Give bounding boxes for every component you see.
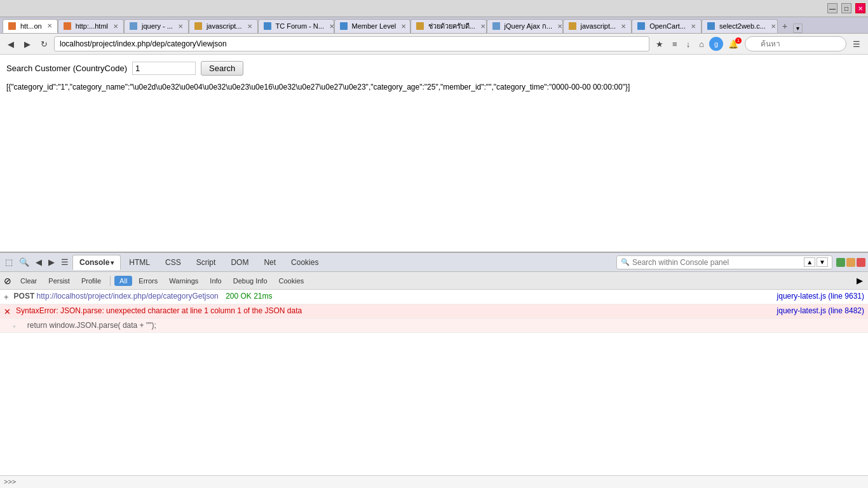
- tab-1-close[interactable]: ✕: [47, 22, 52, 29]
- console-message-error: ✕ SyntaxError: JSON.parse: unexpected ch…: [0, 304, 868, 319]
- title-bar-controls: — □ ✕: [827, 3, 865, 13]
- tab-1[interactable]: htt...on ✕: [3, 19, 58, 33]
- notifications-button[interactable]: 🔔1: [724, 37, 742, 51]
- refresh-button[interactable]: ↻: [37, 37, 51, 51]
- tab-1-label: htt...on: [20, 22, 42, 30]
- devtools-toolbar: ⬚ 🔍 ◀ ▶ ☰ Console▾ HTML CSS Script DOM N…: [0, 253, 868, 272]
- tab-bar: htt...on ✕ http:...html ✕ jquery - ... ✕…: [0, 17, 868, 33]
- devtools-cursor-icon[interactable]: ⬚: [3, 256, 15, 268]
- console-filter-errors[interactable]: Errors: [133, 276, 163, 286]
- home-button[interactable]: ⌂: [695, 37, 708, 51]
- console-persist-button[interactable]: Persist: [43, 276, 75, 286]
- console-message-error-detail: ● return window.JSON.parse( data + "");: [0, 319, 868, 333]
- console-clear-button[interactable]: Clear: [15, 276, 42, 286]
- tab-9-close[interactable]: ✕: [621, 23, 626, 30]
- tab-7-close[interactable]: ✕: [480, 23, 485, 30]
- tab-3-close[interactable]: ✕: [178, 23, 183, 30]
- bookmark-button[interactable]: ★: [652, 37, 667, 51]
- devtools-tab-script[interactable]: Script: [189, 255, 223, 270]
- post-message-link[interactable]: jquery-latest.js (line 9631): [777, 292, 864, 301]
- new-tab-button[interactable]: +: [778, 19, 792, 33]
- devtools-tab-net[interactable]: Net: [257, 255, 283, 270]
- error-icon: ✕: [4, 307, 11, 316]
- tab-7-favicon: [416, 22, 424, 30]
- tab-6-close[interactable]: ✕: [401, 23, 406, 30]
- tab-4[interactable]: javascript... ✕: [189, 19, 258, 33]
- devtools-forward-icon[interactable]: ▶: [46, 256, 57, 268]
- tab-11-label: select2web.c...: [719, 22, 766, 30]
- tab-8-close[interactable]: ✕: [557, 23, 562, 30]
- devtools-dock-side-button[interactable]: [836, 258, 845, 267]
- error-message-link[interactable]: jquery-latest.js (line 8482): [777, 306, 864, 315]
- tab-10-label: OpenCart...: [649, 22, 686, 30]
- tab-9[interactable]: javascript... ✕: [563, 19, 632, 33]
- close-button[interactable]: ✕: [855, 3, 865, 13]
- tab-2[interactable]: http:...html ✕: [58, 19, 124, 33]
- tab-10[interactable]: OpenCart... ✕: [632, 19, 702, 33]
- expand-icon[interactable]: +: [4, 292, 9, 302]
- tab-1-favicon: [8, 22, 16, 30]
- download-button[interactable]: ↓: [682, 37, 695, 51]
- devtools-inspect-icon[interactable]: 🔍: [17, 256, 32, 268]
- devtools-search-down[interactable]: ▼: [817, 257, 828, 267]
- tab-8-favicon: [492, 22, 500, 30]
- tab-3[interactable]: jquery - ... ✕: [124, 19, 189, 33]
- nav-action-icons: ★ ≡ ↓ ⌂ g 🔔1: [652, 37, 742, 51]
- account-button[interactable]: g: [709, 37, 723, 51]
- post-url-label: http://localhost/project/index.php/dep/c…: [37, 292, 219, 301]
- tab-overflow-button[interactable]: ▾: [793, 24, 803, 33]
- devtools-tab-html[interactable]: HTML: [122, 255, 157, 270]
- tab-4-favicon: [194, 22, 202, 30]
- maximize-button[interactable]: □: [841, 3, 851, 13]
- minimize-button[interactable]: —: [827, 3, 837, 13]
- tab-9-favicon: [569, 22, 576, 30]
- tab-4-close[interactable]: ✕: [247, 23, 252, 30]
- console-filter-cookies[interactable]: Cookies: [274, 276, 309, 286]
- console-profile-button[interactable]: Profile: [76, 276, 106, 286]
- devtools-search-wrapper: 🔍 ▲ ▼: [616, 255, 832, 269]
- console-divider: [110, 276, 111, 286]
- devtools-search-input[interactable]: [632, 258, 804, 267]
- devtools-dock-bottom-button[interactable]: [846, 258, 855, 267]
- tab-2-close[interactable]: ✕: [113, 23, 118, 30]
- search-customer-button[interactable]: Search: [201, 61, 243, 76]
- console-filter-all[interactable]: All: [114, 276, 132, 286]
- search-customer-input[interactable]: [132, 62, 196, 75]
- menu-button[interactable]: ☰: [849, 37, 864, 51]
- devtools-tab-dom[interactable]: DOM: [224, 255, 255, 270]
- console-messages: + POST http://localhost/project/index.ph…: [0, 290, 868, 475]
- back-button[interactable]: ◀: [4, 37, 18, 51]
- address-bar[interactable]: [54, 36, 649, 51]
- tab-5-close[interactable]: ✕: [329, 23, 334, 30]
- devtools-back-icon[interactable]: ◀: [33, 256, 44, 268]
- readinglist-button[interactable]: ≡: [668, 37, 681, 51]
- console-filter-info[interactable]: Info: [205, 276, 226, 286]
- tab-5-label: TC Forum - N...: [276, 22, 324, 30]
- console-filter-warnings[interactable]: Warnings: [164, 276, 203, 286]
- command-input[interactable]: [16, 477, 864, 486]
- forward-button[interactable]: ▶: [20, 37, 34, 51]
- devtools-tab-console[interactable]: Console▾: [72, 255, 121, 270]
- browser-search-input[interactable]: [745, 36, 846, 51]
- tab-9-label: javascript...: [581, 22, 616, 30]
- devtools-tab-cookies[interactable]: Cookies: [284, 255, 325, 270]
- devtools-search-up[interactable]: ▲: [804, 257, 815, 267]
- devtools-close-button[interactable]: [857, 258, 865, 267]
- devtools-list-icon[interactable]: ☰: [58, 256, 71, 268]
- devtools-tab-css[interactable]: CSS: [158, 255, 188, 270]
- tab-6[interactable]: Member Level ✕: [334, 19, 410, 33]
- console-toolbar: ⊘ Clear Persist Profile All Errors Warni…: [0, 272, 868, 290]
- post-message-text: POST http://localhost/project/index.php/…: [14, 292, 775, 301]
- tab-2-label: http:...html: [76, 22, 108, 30]
- tab-8[interactable]: jQuery Ajax ก... ✕: [487, 19, 563, 33]
- tab-10-close[interactable]: ✕: [691, 23, 696, 30]
- tab-11-close[interactable]: ✕: [771, 23, 776, 30]
- tab-7[interactable]: ช่วยด้วยครับดี... ✕: [410, 19, 487, 33]
- tab-3-label: jquery - ...: [142, 22, 173, 30]
- console-scroll-right[interactable]: ▶: [855, 274, 864, 287]
- tab-5[interactable]: TC Forum - N... ✕: [258, 19, 334, 33]
- tab-11[interactable]: select2web.c... ✕: [702, 19, 778, 33]
- console-message-post: + POST http://localhost/project/index.ph…: [0, 290, 868, 304]
- console-filter-debug[interactable]: Debug Info: [228, 276, 273, 286]
- json-output: [{"category_id":"1","category_name":"\u0…: [6, 82, 862, 93]
